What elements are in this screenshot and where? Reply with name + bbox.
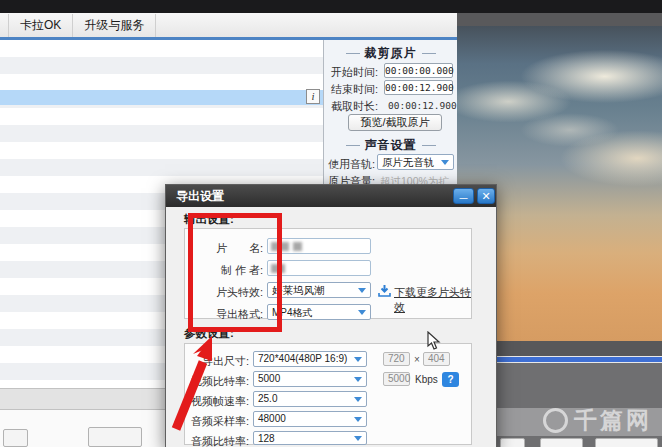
intro-effect-select[interactable]: 好莱坞风潮	[267, 282, 371, 298]
export-size-select[interactable]: 720*404(480P 16:9)	[253, 351, 367, 367]
output-section-box: 片 名: 制 作 者: 片头特效: 好莱坞风潮 下载更多片头特效 导出格式: M…	[184, 228, 472, 319]
end-time-input[interactable]: 00:00:12.900	[384, 80, 453, 95]
header-dash	[346, 145, 360, 146]
video-bitrate-select[interactable]: 5000	[253, 371, 367, 387]
audio-sample-rate-label: 音频采样率:	[187, 414, 249, 429]
width-field[interactable]: 720	[383, 352, 410, 366]
bitrate-unit: Kbps	[415, 374, 438, 385]
intro-effect-label: 片头特效:	[193, 285, 263, 300]
download-more-effects-link[interactable]: 下载更多片头特效	[394, 285, 471, 315]
app-root: 卡拉OK 升级与服务 i 裁剪原片 开始时间: 00:00:00.000 结束时…	[0, 0, 662, 447]
bottom-left-button-1[interactable]	[3, 429, 28, 447]
close-button[interactable]: ✕	[477, 188, 495, 204]
main-toolbar: 卡拉OK 升级与服务	[0, 13, 457, 37]
export-format-label: 导出格式:	[193, 307, 263, 322]
toolbar-accent-line	[0, 37, 457, 40]
chevron-down-icon	[354, 397, 362, 402]
author-field-label: 制 作 者:	[193, 263, 263, 278]
audio-track-label: 使用音轨:	[328, 157, 375, 172]
chevron-down-icon	[354, 417, 362, 422]
dialog-body: 输出设置: 片 名: 制 作 者: 片头特效: 好莱坞风潮 下载更多片头特效 导…	[166, 207, 496, 447]
dialog-title-bar[interactable]: 导出设置	[166, 185, 496, 207]
audio-bitrate-select[interactable]: 128	[253, 431, 367, 445]
info-button[interactable]: i	[306, 89, 320, 104]
audio-track-value: 原片无音轨	[382, 156, 435, 168]
audio-sample-rate-value: 48000	[258, 413, 286, 424]
video-bitrate-value: 5000	[258, 373, 280, 384]
frame-rate-label: 视频帧速率:	[187, 394, 249, 409]
chevron-down-icon	[358, 288, 366, 293]
start-time-input[interactable]: 00:00:00.000	[384, 63, 453, 78]
dialog-title: 导出设置	[176, 189, 224, 203]
close-icon: ✕	[481, 190, 490, 202]
output-section-label: 输出设置:	[184, 212, 234, 227]
intro-effect-value: 好莱坞风潮	[272, 284, 325, 296]
end-time-label: 结束时间:	[331, 82, 378, 97]
chevron-down-icon	[358, 310, 366, 315]
crop-section-header: 裁剪原片	[324, 45, 457, 62]
header-dash	[422, 53, 436, 54]
chevron-down-icon	[354, 436, 362, 441]
video-bitrate-label: 视频比特率:	[187, 374, 249, 389]
tab-upgrade-services[interactable]: 升级与服务	[72, 14, 156, 37]
selected-list-row[interactable]	[0, 90, 323, 105]
bottom-button-2[interactable]	[540, 438, 583, 447]
tab-karaoke[interactable]: 卡拉OK	[8, 14, 72, 37]
export-format-value: MP4格式	[272, 307, 313, 318]
chevron-down-icon	[354, 377, 362, 382]
sound-section-title: 声音设置	[365, 137, 417, 154]
audio-sample-rate-select[interactable]: 48000	[253, 411, 367, 427]
preview-crop-button[interactable]: 预览/截取原片	[348, 114, 442, 131]
sound-section-header: 声音设置	[324, 137, 457, 154]
title-input[interactable]	[267, 238, 371, 254]
audio-bitrate-value: 128	[258, 433, 275, 444]
download-icon[interactable]	[378, 284, 391, 297]
header-dash	[346, 53, 360, 54]
minimize-button[interactable]: —	[453, 188, 474, 204]
bitrate-field[interactable]: 5000	[383, 372, 410, 386]
minimize-icon: —	[460, 193, 468, 202]
title-field-label: 片 名:	[193, 241, 263, 256]
param-section-box: 导出尺寸: 720*404(480P 16:9) 720 × 404 视频比特率…	[184, 343, 472, 445]
duration-value: 00:00:12.900	[388, 100, 457, 111]
bottom-button-3[interactable]	[595, 438, 658, 447]
frame-rate-select[interactable]: 25.0	[253, 391, 367, 407]
audio-track-select[interactable]: 原片无音轨	[377, 154, 454, 170]
bottom-left-button-2[interactable]	[88, 427, 142, 447]
window-top-bar	[0, 0, 662, 13]
start-time-label: 开始时间:	[331, 65, 378, 80]
author-input[interactable]	[267, 260, 371, 276]
duration-label: 截取时长:	[331, 99, 378, 114]
height-field[interactable]: 404	[423, 352, 450, 366]
export-format-select[interactable]: MP4格式	[267, 304, 371, 320]
export-size-label: 导出尺寸:	[187, 354, 249, 369]
header-dash	[422, 145, 436, 146]
audio-bitrate-label: 音频比特率:	[187, 434, 249, 447]
bottom-button-1[interactable]	[500, 438, 525, 447]
frame-rate-value: 25.0	[258, 393, 277, 404]
crop-section-title: 裁剪原片	[365, 45, 417, 62]
times-glyph: ×	[414, 354, 420, 365]
export-settings-dialog: 导出设置 — ✕ 输出设置: 片 名: 制 作 者: 片头特效: 好莱坞风潮	[165, 184, 497, 447]
bitrate-help-button[interactable]: ?	[442, 372, 459, 387]
export-size-value: 720*404(480P 16:9)	[258, 353, 347, 364]
chevron-down-icon	[354, 357, 362, 362]
param-section-label: 参数设置:	[184, 326, 234, 341]
video-top-strip	[457, 13, 662, 26]
chevron-down-icon	[441, 160, 449, 165]
